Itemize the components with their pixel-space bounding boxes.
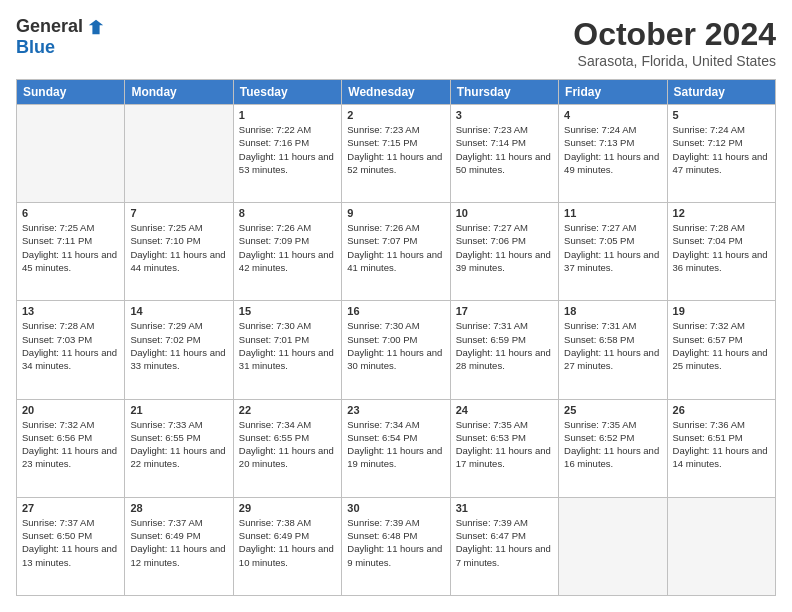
day-number: 29 (239, 502, 336, 514)
calendar-week-1: 1Sunrise: 7:22 AM Sunset: 7:16 PM Daylig… (17, 105, 776, 203)
calendar-cell-w1-d2: 1Sunrise: 7:22 AM Sunset: 7:16 PM Daylig… (233, 105, 341, 203)
calendar-cell-w1-d4: 3Sunrise: 7:23 AM Sunset: 7:14 PM Daylig… (450, 105, 558, 203)
col-saturday: Saturday (667, 80, 775, 105)
day-info: Sunrise: 7:37 AM Sunset: 6:50 PM Dayligh… (22, 516, 119, 569)
day-number: 16 (347, 305, 444, 317)
calendar-cell-w1-d1 (125, 105, 233, 203)
day-number: 26 (673, 404, 770, 416)
logo-flag-icon (87, 18, 105, 36)
svg-marker-0 (89, 19, 103, 33)
calendar-week-4: 20Sunrise: 7:32 AM Sunset: 6:56 PM Dayli… (17, 399, 776, 497)
col-friday: Friday (559, 80, 667, 105)
calendar-cell-w3-d0: 13Sunrise: 7:28 AM Sunset: 7:03 PM Dayli… (17, 301, 125, 399)
calendar-cell-w2-d0: 6Sunrise: 7:25 AM Sunset: 7:11 PM Daylig… (17, 203, 125, 301)
day-number: 7 (130, 207, 227, 219)
day-number: 18 (564, 305, 661, 317)
day-info: Sunrise: 7:23 AM Sunset: 7:15 PM Dayligh… (347, 123, 444, 176)
day-info: Sunrise: 7:39 AM Sunset: 6:47 PM Dayligh… (456, 516, 553, 569)
calendar-cell-w5-d5 (559, 497, 667, 595)
day-info: Sunrise: 7:35 AM Sunset: 6:53 PM Dayligh… (456, 418, 553, 471)
calendar-cell-w3-d3: 16Sunrise: 7:30 AM Sunset: 7:00 PM Dayli… (342, 301, 450, 399)
day-number: 19 (673, 305, 770, 317)
day-number: 30 (347, 502, 444, 514)
calendar-cell-w1-d6: 5Sunrise: 7:24 AM Sunset: 7:12 PM Daylig… (667, 105, 775, 203)
day-info: Sunrise: 7:34 AM Sunset: 6:54 PM Dayligh… (347, 418, 444, 471)
col-tuesday: Tuesday (233, 80, 341, 105)
calendar-cell-w3-d6: 19Sunrise: 7:32 AM Sunset: 6:57 PM Dayli… (667, 301, 775, 399)
calendar-cell-w3-d5: 18Sunrise: 7:31 AM Sunset: 6:58 PM Dayli… (559, 301, 667, 399)
col-thursday: Thursday (450, 80, 558, 105)
day-number: 25 (564, 404, 661, 416)
calendar-cell-w5-d1: 28Sunrise: 7:37 AM Sunset: 6:49 PM Dayli… (125, 497, 233, 595)
calendar-cell-w4-d3: 23Sunrise: 7:34 AM Sunset: 6:54 PM Dayli… (342, 399, 450, 497)
day-info: Sunrise: 7:37 AM Sunset: 6:49 PM Dayligh… (130, 516, 227, 569)
calendar-cell-w4-d2: 22Sunrise: 7:34 AM Sunset: 6:55 PM Dayli… (233, 399, 341, 497)
day-number: 21 (130, 404, 227, 416)
day-number: 6 (22, 207, 119, 219)
day-info: Sunrise: 7:27 AM Sunset: 7:06 PM Dayligh… (456, 221, 553, 274)
calendar-cell-w5-d2: 29Sunrise: 7:38 AM Sunset: 6:49 PM Dayli… (233, 497, 341, 595)
day-number: 10 (456, 207, 553, 219)
calendar-cell-w5-d0: 27Sunrise: 7:37 AM Sunset: 6:50 PM Dayli… (17, 497, 125, 595)
calendar-cell-w2-d3: 9Sunrise: 7:26 AM Sunset: 7:07 PM Daylig… (342, 203, 450, 301)
calendar-cell-w2-d5: 11Sunrise: 7:27 AM Sunset: 7:05 PM Dayli… (559, 203, 667, 301)
day-info: Sunrise: 7:25 AM Sunset: 7:10 PM Dayligh… (130, 221, 227, 274)
logo: General Blue (16, 16, 105, 58)
calendar-week-2: 6Sunrise: 7:25 AM Sunset: 7:11 PM Daylig… (17, 203, 776, 301)
calendar-cell-w5-d4: 31Sunrise: 7:39 AM Sunset: 6:47 PM Dayli… (450, 497, 558, 595)
day-number: 14 (130, 305, 227, 317)
calendar-header-row: Sunday Monday Tuesday Wednesday Thursday… (17, 80, 776, 105)
day-info: Sunrise: 7:33 AM Sunset: 6:55 PM Dayligh… (130, 418, 227, 471)
calendar-cell-w1-d3: 2Sunrise: 7:23 AM Sunset: 7:15 PM Daylig… (342, 105, 450, 203)
day-info: Sunrise: 7:29 AM Sunset: 7:02 PM Dayligh… (130, 319, 227, 372)
day-info: Sunrise: 7:35 AM Sunset: 6:52 PM Dayligh… (564, 418, 661, 471)
day-number: 11 (564, 207, 661, 219)
calendar-cell-w4-d1: 21Sunrise: 7:33 AM Sunset: 6:55 PM Dayli… (125, 399, 233, 497)
col-sunday: Sunday (17, 80, 125, 105)
month-title: October 2024 (573, 16, 776, 53)
day-number: 27 (22, 502, 119, 514)
day-number: 31 (456, 502, 553, 514)
calendar-cell-w5-d3: 30Sunrise: 7:39 AM Sunset: 6:48 PM Dayli… (342, 497, 450, 595)
calendar-cell-w4-d0: 20Sunrise: 7:32 AM Sunset: 6:56 PM Dayli… (17, 399, 125, 497)
location-subtitle: Sarasota, Florida, United States (573, 53, 776, 69)
calendar-cell-w2-d1: 7Sunrise: 7:25 AM Sunset: 7:10 PM Daylig… (125, 203, 233, 301)
day-number: 24 (456, 404, 553, 416)
day-info: Sunrise: 7:24 AM Sunset: 7:13 PM Dayligh… (564, 123, 661, 176)
day-info: Sunrise: 7:23 AM Sunset: 7:14 PM Dayligh… (456, 123, 553, 176)
day-number: 9 (347, 207, 444, 219)
day-info: Sunrise: 7:22 AM Sunset: 7:16 PM Dayligh… (239, 123, 336, 176)
day-info: Sunrise: 7:34 AM Sunset: 6:55 PM Dayligh… (239, 418, 336, 471)
day-info: Sunrise: 7:31 AM Sunset: 6:59 PM Dayligh… (456, 319, 553, 372)
calendar-table: Sunday Monday Tuesday Wednesday Thursday… (16, 79, 776, 596)
day-info: Sunrise: 7:39 AM Sunset: 6:48 PM Dayligh… (347, 516, 444, 569)
day-number: 13 (22, 305, 119, 317)
header: General Blue October 2024 Sarasota, Flor… (16, 16, 776, 69)
calendar-cell-w4-d6: 26Sunrise: 7:36 AM Sunset: 6:51 PM Dayli… (667, 399, 775, 497)
day-number: 4 (564, 109, 661, 121)
day-number: 3 (456, 109, 553, 121)
calendar-cell-w3-d2: 15Sunrise: 7:30 AM Sunset: 7:01 PM Dayli… (233, 301, 341, 399)
day-number: 1 (239, 109, 336, 121)
day-info: Sunrise: 7:31 AM Sunset: 6:58 PM Dayligh… (564, 319, 661, 372)
day-info: Sunrise: 7:32 AM Sunset: 6:57 PM Dayligh… (673, 319, 770, 372)
calendar-cell-w5-d6 (667, 497, 775, 595)
calendar-week-5: 27Sunrise: 7:37 AM Sunset: 6:50 PM Dayli… (17, 497, 776, 595)
logo-blue-text: Blue (16, 37, 55, 58)
page: General Blue October 2024 Sarasota, Flor… (0, 0, 792, 612)
title-area: October 2024 Sarasota, Florida, United S… (573, 16, 776, 69)
col-wednesday: Wednesday (342, 80, 450, 105)
calendar-cell-w3-d1: 14Sunrise: 7:29 AM Sunset: 7:02 PM Dayli… (125, 301, 233, 399)
day-info: Sunrise: 7:26 AM Sunset: 7:09 PM Dayligh… (239, 221, 336, 274)
calendar-week-3: 13Sunrise: 7:28 AM Sunset: 7:03 PM Dayli… (17, 301, 776, 399)
calendar-cell-w4-d5: 25Sunrise: 7:35 AM Sunset: 6:52 PM Dayli… (559, 399, 667, 497)
day-info: Sunrise: 7:36 AM Sunset: 6:51 PM Dayligh… (673, 418, 770, 471)
day-number: 2 (347, 109, 444, 121)
calendar-cell-w4-d4: 24Sunrise: 7:35 AM Sunset: 6:53 PM Dayli… (450, 399, 558, 497)
calendar-cell-w1-d0 (17, 105, 125, 203)
day-number: 15 (239, 305, 336, 317)
calendar-cell-w2-d6: 12Sunrise: 7:28 AM Sunset: 7:04 PM Dayli… (667, 203, 775, 301)
day-info: Sunrise: 7:25 AM Sunset: 7:11 PM Dayligh… (22, 221, 119, 274)
day-info: Sunrise: 7:24 AM Sunset: 7:12 PM Dayligh… (673, 123, 770, 176)
day-number: 22 (239, 404, 336, 416)
